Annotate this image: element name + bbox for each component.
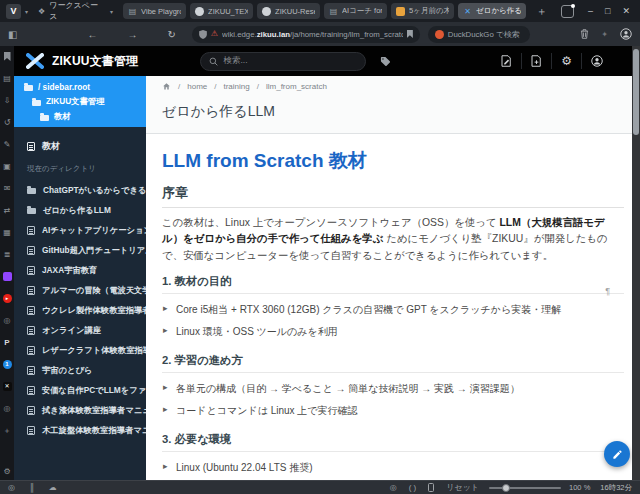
- pause-animations-icon[interactable]: ║: [29, 483, 35, 492]
- new-tab-button[interactable]: ＋: [530, 4, 553, 19]
- back-button[interactable]: ←: [87, 29, 97, 40]
- zoom-reset-button[interactable]: リセット: [446, 482, 479, 493]
- sidebar-item-llm-scratch[interactable]: ゼロから作るLLM: [14, 200, 146, 220]
- zikuu-logo-icon[interactable]: [26, 53, 44, 69]
- extension-notification-icon[interactable]: [561, 5, 574, 18]
- wiki-search-input[interactable]: 検索...: [200, 52, 366, 71]
- page-icon: [27, 326, 35, 335]
- breadcrumb-current[interactable]: llm_from_scratch: [266, 82, 327, 91]
- tab-llm-from-scratch-active[interactable]: ✕ ゼロから作るLLM | Z: [458, 3, 526, 19]
- page-icon: [27, 366, 35, 375]
- breadcrumb-separator: /: [257, 82, 259, 91]
- account-icon[interactable]: [582, 55, 612, 67]
- profile-icon[interactable]: [620, 28, 632, 40]
- insecure-warning-icon[interactable]: ⚠: [211, 30, 218, 38]
- breadcrumb-home[interactable]: home: [187, 82, 207, 91]
- edit-page-icon[interactable]: [492, 55, 521, 67]
- history-icon[interactable]: ↺: [3, 118, 12, 127]
- sidebar-item-urushi[interactable]: 拭き漆体験教室指導者マニュ…: [14, 400, 146, 420]
- windows-icon[interactable]: ▣: [3, 162, 12, 171]
- edit-fab-button[interactable]: [604, 441, 630, 467]
- item-label: ゼロから作るLLM: [43, 205, 111, 216]
- tab-ai-coach[interactable]: ▤ AIコーチ for Disco...: [324, 3, 387, 19]
- tab-vibe-playground[interactable]: ▤ Vibe Playground v...: [123, 3, 186, 19]
- item-label: レザークラフト体験教室指導…: [42, 345, 146, 356]
- workspace-button[interactable]: ❖ ワークスペース ▾: [32, 0, 119, 22]
- sync-icon[interactable]: ⇄: [3, 206, 12, 215]
- tree-item-kyozai[interactable]: 教材: [14, 109, 146, 124]
- sidebar-item-chatgpt[interactable]: ChatGPTがいるからできる、…: [14, 180, 146, 200]
- page-actions-icon[interactable]: ◎: [8, 483, 15, 492]
- close-button[interactable]: ✕: [622, 6, 630, 16]
- downloads-icon[interactable]: ⇩: [3, 96, 12, 105]
- sidebar-current-page[interactable]: 教材: [14, 137, 146, 155]
- maximize-button[interactable]: □: [605, 6, 610, 16]
- tab-label: ZIKUU_TEXTBOO...: [208, 7, 248, 16]
- tab-zikuu-research[interactable]: ZIKUU-Research-...: [257, 3, 320, 19]
- webpanel-globe-icon[interactable]: ◎: [3, 316, 12, 325]
- tab-label: Vibe Playground v...: [141, 7, 181, 16]
- item-label: 安価な自作PCでLLMをファイ…: [42, 385, 146, 396]
- search-placeholder: DuckDuckGo で検索: [448, 29, 520, 40]
- scrollbar-thumb[interactable]: [633, 49, 639, 135]
- home-icon[interactable]: [162, 82, 171, 91]
- panel-settings-icon[interactable]: ⚙: [3, 467, 12, 476]
- calendar-icon[interactable]: ▦: [3, 228, 12, 237]
- appheader-actions: ⚙: [492, 53, 612, 69]
- search-field[interactable]: DuckDuckGo で検索: [428, 26, 530, 43]
- sidebar-item-jaxa[interactable]: JAXA宇宙教育: [14, 260, 146, 280]
- notes-icon[interactable]: ✎: [3, 140, 12, 149]
- clock: 16時32分: [600, 483, 632, 493]
- item-label: GitHub超入門チュートリアル…: [42, 245, 146, 256]
- trash-icon[interactable]: [580, 29, 589, 39]
- tags-icon[interactable]: [380, 56, 391, 67]
- new-page-icon[interactable]: [522, 55, 551, 67]
- sidebar-item-github-tutorial[interactable]: GitHub超入門チュートリアル…: [14, 240, 146, 260]
- reading-list-icon[interactable]: ▤: [3, 74, 12, 83]
- vivaldi-menu-button[interactable]: V: [6, 4, 21, 19]
- add-webpanel-icon[interactable]: ＋: [3, 426, 12, 435]
- forward-button[interactable]: →: [127, 29, 137, 40]
- sidebar-item-ukulele[interactable]: ウクレレ製作体験教室指導者…: [14, 300, 146, 320]
- tree-item-root[interactable]: / sidebar.root: [14, 79, 146, 94]
- bookmark-icon[interactable]: [407, 30, 413, 38]
- page-badge-icon[interactable]: ✦: [601, 30, 608, 39]
- url-field[interactable]: ⚠ wiki.edge.zikuu.lan/ja/home/training/l…: [192, 26, 420, 43]
- webpanel-p-icon[interactable]: P: [3, 338, 12, 347]
- zoom-slider-knob[interactable]: [502, 484, 510, 492]
- sidebar-item-cheap-pc-llm[interactable]: 安価な自作PCでLLMをファイ…: [14, 380, 146, 400]
- sidebar-item-lathe[interactable]: 木工旋盤体験教室指導者マニ…: [14, 420, 146, 440]
- tab-zikuu-textbook[interactable]: ZIKUU_TEXTBOO...: [190, 3, 253, 19]
- tab-woodworking[interactable]: 5ヶ月前の木工教...: [391, 3, 454, 19]
- minimize-button[interactable]: –: [588, 6, 593, 16]
- reload-button[interactable]: ↻: [167, 29, 175, 40]
- youtube-panel-icon[interactable]: ▸: [3, 294, 12, 303]
- sidebar-item-alma[interactable]: アルマーの冒険（電波天文学）: [14, 280, 146, 300]
- twitch-panel-icon[interactable]: [3, 272, 12, 281]
- list-item: ▸コードとコマンドは Linux 上で実行確認: [162, 400, 624, 422]
- page-icon: [27, 226, 35, 235]
- list-item-text: 各単元の構成（目的 → 学べること → 簡単な技術説明 → 実践 → 演習課題）: [176, 383, 520, 394]
- page-scrollbar[interactable]: [632, 46, 640, 480]
- feeds-icon[interactable]: ≣: [3, 250, 12, 259]
- sidebar-item-ai-chat-app[interactable]: AIチャットアプリケーション…: [14, 220, 146, 240]
- vivaldi-menu-caret-icon[interactable]: ▾: [25, 8, 28, 15]
- mail-icon[interactable]: ✉: [3, 184, 12, 193]
- breadcrumb-training[interactable]: training: [223, 82, 249, 91]
- shield-icon[interactable]: [199, 30, 207, 39]
- tree-item-zikuu[interactable]: ZIKUU文書管理: [14, 94, 146, 109]
- webpanel-x-icon[interactable]: ✕: [3, 382, 12, 391]
- sidebar-item-leather[interactable]: レザークラフト体験教室指導…: [14, 340, 146, 360]
- screen-capture-icon[interactable]: ◎: [390, 483, 397, 492]
- device-preview-icon[interactable]: [428, 483, 434, 492]
- zoom-slider[interactable]: [489, 487, 561, 489]
- webpanel-globe2-icon[interactable]: ◎: [3, 404, 12, 413]
- panel-toggle-icon[interactable]: ◧: [8, 29, 17, 40]
- sidebar-item-online-course[interactable]: オンライン講座: [14, 320, 146, 340]
- bookmarks-icon[interactable]: [4, 52, 11, 61]
- cloud-sync-icon[interactable]: ☁: [49, 483, 57, 492]
- tab-tiling-icon[interactable]: ( ): [409, 483, 417, 492]
- webpanel-badge-icon[interactable]: 1: [3, 360, 12, 369]
- sidebar-item-space-door[interactable]: 宇宙のとびら: [14, 360, 146, 380]
- admin-gear-icon[interactable]: ⚙: [552, 54, 581, 68]
